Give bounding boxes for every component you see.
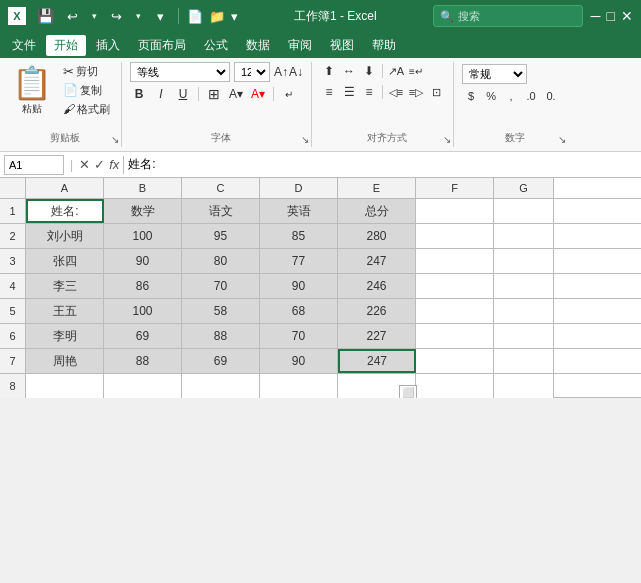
cell-a5[interactable]: 王五 (26, 299, 104, 323)
cell-reference-box[interactable]: A1 (4, 155, 64, 175)
menu-help[interactable]: 帮助 (364, 35, 404, 56)
cell-d1[interactable]: 英语 (260, 199, 338, 223)
cell-e2[interactable]: 280 (338, 224, 416, 248)
angle-text-button[interactable]: ↗A (387, 62, 405, 80)
cell-a2[interactable]: 刘小明 (26, 224, 104, 248)
search-box[interactable]: 🔍 搜索 (433, 5, 583, 27)
cell-g3[interactable] (494, 249, 554, 273)
align-right-button[interactable]: ≡ (360, 83, 378, 101)
toolbar-more[interactable]: ▾ (231, 9, 238, 24)
cell-b2[interactable]: 100 (104, 224, 182, 248)
row-header-8[interactable]: 8 (0, 374, 26, 398)
col-header-d[interactable]: D (260, 178, 338, 198)
cell-a6[interactable]: 李明 (26, 324, 104, 348)
cell-c2[interactable]: 95 (182, 224, 260, 248)
cell-g1[interactable] (494, 199, 554, 223)
number-format-select[interactable]: 常规 (462, 64, 527, 84)
cell-f5[interactable] (416, 299, 494, 323)
increase-font-size-button[interactable]: A↑ (274, 65, 288, 79)
increase-indent-button[interactable]: ≡▷ (407, 83, 425, 101)
confirm-formula-button[interactable]: ✓ (94, 157, 105, 172)
cell-g6[interactable] (494, 324, 554, 348)
cell-b4[interactable]: 86 (104, 274, 182, 298)
close-button[interactable]: ✕ (621, 8, 633, 24)
menu-home[interactable]: 开始 (46, 35, 86, 56)
cell-d5[interactable]: 68 (260, 299, 338, 323)
comma-button[interactable]: , (502, 87, 520, 105)
col-header-f[interactable]: F (416, 178, 494, 198)
percent-button[interactable]: % (482, 87, 500, 105)
cell-f3[interactable] (416, 249, 494, 273)
align-bottom-button[interactable]: ⬇ (360, 62, 378, 80)
align-expand[interactable]: ↘ (443, 134, 451, 145)
decrease-font-size-button[interactable]: A↓ (289, 65, 303, 79)
cell-g7[interactable] (494, 349, 554, 373)
border-button[interactable]: ⊞ (205, 85, 223, 103)
currency-button[interactable]: $ (462, 87, 480, 105)
bold-button[interactable]: B (130, 85, 148, 103)
minimize-button[interactable]: ─ (591, 8, 601, 24)
col-header-c[interactable]: C (182, 178, 260, 198)
cell-c5[interactable]: 58 (182, 299, 260, 323)
cell-e8[interactable]: ⬜ (338, 374, 416, 398)
redo-button[interactable]: ↪ (106, 6, 126, 26)
row-header-1[interactable]: 1 (0, 199, 26, 223)
cell-a1[interactable]: 姓名: (26, 199, 104, 223)
cancel-formula-button[interactable]: ✕ (79, 157, 90, 172)
increase-decimal-button[interactable]: 0. (542, 87, 560, 105)
cell-a8[interactable] (26, 374, 104, 398)
menu-formula[interactable]: 公式 (196, 35, 236, 56)
fill-color-button[interactable]: A▾ (227, 85, 245, 103)
cell-a4[interactable]: 李三 (26, 274, 104, 298)
cell-e1[interactable]: 总分 (338, 199, 416, 223)
col-header-g[interactable]: G (494, 178, 554, 198)
cell-f4[interactable] (416, 274, 494, 298)
number-expand[interactable]: ↘ (558, 134, 566, 145)
menu-view[interactable]: 视图 (322, 35, 362, 56)
cell-e6[interactable]: 227 (338, 324, 416, 348)
row-header-3[interactable]: 3 (0, 249, 26, 273)
row-header-5[interactable]: 5 (0, 299, 26, 323)
align-middle-button[interactable]: ↔ (340, 62, 358, 80)
wrap-button[interactable]: ≡↵ (407, 62, 425, 80)
cell-e5[interactable]: 226 (338, 299, 416, 323)
cell-c4[interactable]: 70 (182, 274, 260, 298)
align-center-button[interactable]: ☰ (340, 83, 358, 101)
cell-g2[interactable] (494, 224, 554, 248)
underline-button[interactable]: U (174, 85, 192, 103)
col-header-a[interactable]: A (26, 178, 104, 198)
cell-d4[interactable]: 90 (260, 274, 338, 298)
maximize-button[interactable]: □ (607, 8, 615, 24)
cell-f1[interactable] (416, 199, 494, 223)
cut-button[interactable]: ✂ 剪切 (60, 63, 113, 80)
font-size-select[interactable]: 12 (234, 62, 270, 82)
customize-button[interactable]: ▾ (150, 6, 170, 26)
font-color-button[interactable]: A▾ (249, 85, 267, 103)
clipboard-expand[interactable]: ↘ (111, 134, 119, 145)
cell-e4[interactable]: 246 (338, 274, 416, 298)
cell-g8[interactable] (494, 374, 554, 398)
col-header-b[interactable]: B (104, 178, 182, 198)
cell-d2[interactable]: 85 (260, 224, 338, 248)
wrap-text-button[interactable]: ↵ (280, 85, 298, 103)
insert-function-button[interactable]: fx (109, 157, 119, 172)
font-family-select[interactable]: 等线 (130, 62, 230, 82)
decrease-decimal-button[interactable]: .0 (522, 87, 540, 105)
cell-f6[interactable] (416, 324, 494, 348)
file-icon[interactable]: 📄 (187, 9, 203, 24)
redo-dropdown[interactable]: ▾ (128, 6, 148, 26)
cell-e7[interactable]: 247 (338, 349, 416, 373)
cell-d7[interactable]: 90 (260, 349, 338, 373)
menu-page-layout[interactable]: 页面布局 (130, 35, 194, 56)
cell-b8[interactable] (104, 374, 182, 398)
row-header-6[interactable]: 6 (0, 324, 26, 348)
paste-button[interactable]: 📋 粘贴 (8, 62, 56, 118)
cell-f8[interactable] (416, 374, 494, 398)
cell-b6[interactable]: 69 (104, 324, 182, 348)
undo-button[interactable]: ↩ (62, 6, 82, 26)
cell-c8[interactable] (182, 374, 260, 398)
align-top-button[interactable]: ⬆ (320, 62, 338, 80)
cell-d3[interactable]: 77 (260, 249, 338, 273)
align-left-button[interactable]: ≡ (320, 83, 338, 101)
cell-a3[interactable]: 张四 (26, 249, 104, 273)
